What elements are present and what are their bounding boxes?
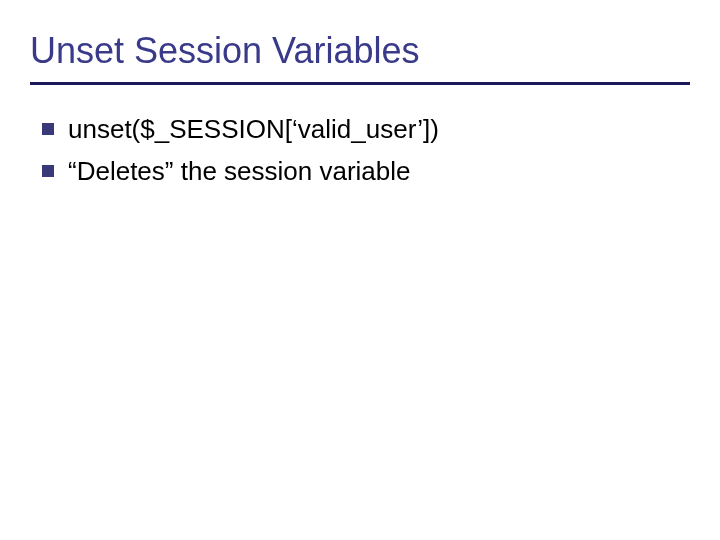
square-bullet-icon xyxy=(42,165,54,177)
bullet-list: unset($_SESSION[‘valid_user’]) “Deletes”… xyxy=(30,113,690,189)
list-item: unset($_SESSION[‘valid_user’]) xyxy=(42,113,690,147)
bullet-text: unset($_SESSION[‘valid_user’]) xyxy=(68,113,439,147)
bullet-text: “Deletes” the session variable xyxy=(68,155,411,189)
square-bullet-icon xyxy=(42,123,54,135)
list-item: “Deletes” the session variable xyxy=(42,155,690,189)
slide-title: Unset Session Variables xyxy=(30,30,690,85)
